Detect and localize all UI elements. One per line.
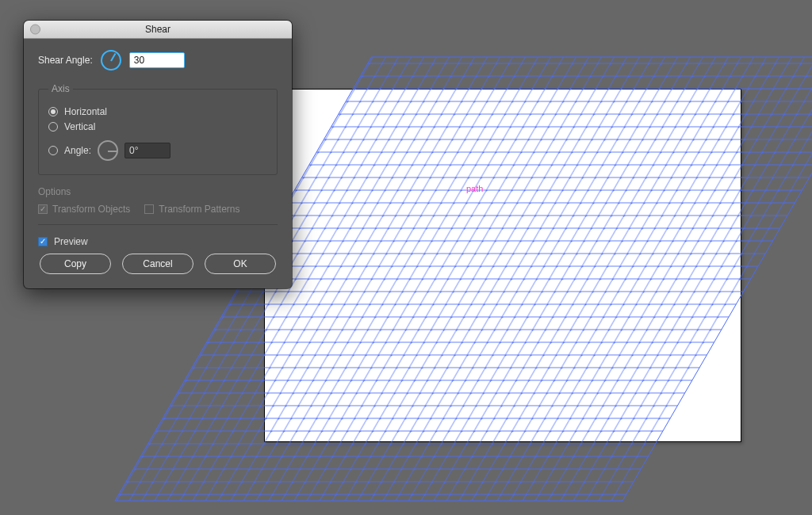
axis-group: Axis Horizontal Vertical Angle: xyxy=(38,83,278,175)
transform-objects-option: ✓ Transform Objects xyxy=(38,204,130,215)
shear-dialog: Shear Shear Angle: Axis Horizontal Verti… xyxy=(24,21,292,288)
window-traffic-lights xyxy=(30,25,40,35)
radio-icon xyxy=(48,107,58,116)
preview-option[interactable]: ✓ Preview xyxy=(38,236,278,247)
transform-patterns-label: Transform Patterns xyxy=(159,204,239,215)
axis-vertical-option[interactable]: Vertical xyxy=(48,121,267,132)
axis-angle-dial[interactable] xyxy=(98,140,118,161)
preview-label: Preview xyxy=(54,236,88,247)
axis-angle-label: Angle: xyxy=(64,145,91,156)
transform-objects-label: Transform Objects xyxy=(52,204,130,215)
checkbox-icon: ✓ xyxy=(38,237,48,246)
axis-vertical-label: Vertical xyxy=(64,121,95,132)
shear-angle-label: Shear Angle: xyxy=(38,55,93,66)
options-legend: Options xyxy=(38,186,278,197)
shear-angle-dial[interactable] xyxy=(101,50,121,71)
axis-legend: Axis xyxy=(48,83,73,94)
checkbox-icon xyxy=(144,204,154,214)
axis-horizontal-option[interactable]: Horizontal xyxy=(48,106,267,117)
cancel-button[interactable]: Cancel xyxy=(122,254,193,274)
divider xyxy=(38,224,278,225)
radio-icon xyxy=(48,146,58,155)
axis-horizontal-label: Horizontal xyxy=(64,106,107,117)
dialog-title: Shear xyxy=(145,24,170,35)
ok-button[interactable]: OK xyxy=(205,254,276,274)
transform-patterns-option: Transform Patterns xyxy=(144,204,239,215)
dialog-titlebar[interactable]: Shear xyxy=(24,21,292,39)
checkbox-icon: ✓ xyxy=(38,204,48,214)
copy-button[interactable]: Copy xyxy=(40,254,111,274)
options-group: Options ✓ Transform Objects Transform Pa… xyxy=(38,186,278,215)
radio-icon xyxy=(48,122,58,132)
shear-angle-input[interactable] xyxy=(129,52,185,68)
traffic-dot-inactive xyxy=(30,25,40,35)
axis-angle-option[interactable]: Angle: xyxy=(48,140,267,161)
axis-angle-input[interactable] xyxy=(124,143,170,158)
